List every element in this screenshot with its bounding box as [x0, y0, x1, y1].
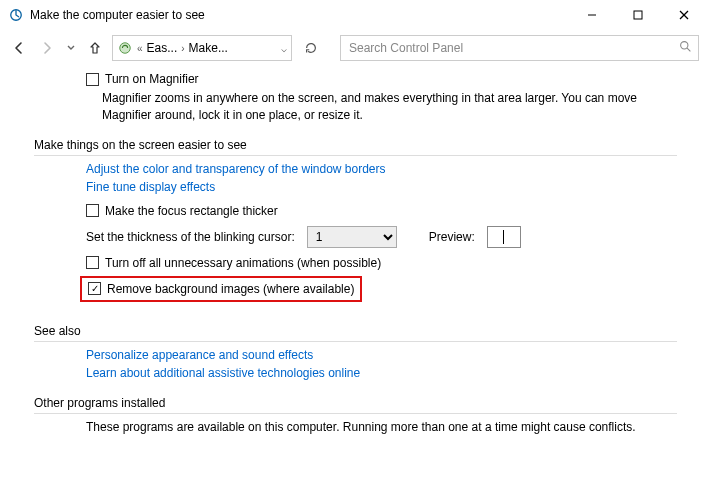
remove-background-checkbox[interactable]	[88, 282, 101, 295]
chevron-left-icon: «	[137, 43, 143, 54]
highlighted-option: Remove background images (where availabl…	[80, 276, 362, 302]
magnifier-description: Magnifier zooms in anywhere on the scree…	[102, 90, 677, 124]
chevron-right-icon: ›	[181, 43, 184, 54]
window-title: Make the computer easier to see	[30, 8, 205, 22]
recent-locations-button[interactable]	[64, 37, 78, 59]
turn-off-animations-label: Turn off all unnecessary animations (whe…	[105, 256, 381, 270]
link-personalize[interactable]: Personalize appearance and sound effects	[86, 348, 313, 362]
section-other-programs: Other programs installed	[34, 396, 677, 414]
app-icon	[8, 7, 24, 23]
cursor-preview	[487, 226, 521, 248]
search-box[interactable]	[340, 35, 699, 61]
link-learn-assistive[interactable]: Learn about additional assistive technol…	[86, 366, 360, 380]
turn-on-magnifier-checkbox[interactable]	[86, 73, 99, 86]
breadcrumb[interactable]: « Eas... › Make... ⌵	[112, 35, 292, 61]
focus-rectangle-label: Make the focus rectangle thicker	[105, 204, 278, 218]
back-button[interactable]	[8, 37, 30, 59]
minimize-button[interactable]	[569, 0, 615, 30]
control-panel-icon	[117, 40, 133, 56]
turn-on-magnifier-label: Turn on Magnifier	[105, 72, 199, 86]
close-button[interactable]	[661, 0, 707, 30]
link-fine-tune[interactable]: Fine tune display effects	[86, 180, 215, 194]
preview-label: Preview:	[429, 230, 475, 244]
search-input[interactable]	[347, 40, 679, 56]
section-see-also: See also	[34, 324, 677, 342]
forward-button[interactable]	[36, 37, 58, 59]
cursor-thickness-label: Set the thickness of the blinking cursor…	[86, 230, 295, 244]
svg-rect-2	[634, 11, 642, 19]
remove-background-label: Remove background images (where availabl…	[107, 282, 354, 296]
breadcrumb-seg1[interactable]: Eas...	[147, 41, 178, 55]
other-programs-desc: These programs are available on this com…	[86, 420, 677, 434]
section-screen-easier: Make things on the screen easier to see	[34, 138, 677, 156]
link-adjust-color[interactable]: Adjust the color and transparency of the…	[86, 162, 386, 176]
chevron-down-icon[interactable]: ⌵	[281, 43, 287, 54]
breadcrumb-seg2[interactable]: Make...	[189, 41, 228, 55]
up-button[interactable]	[84, 37, 106, 59]
maximize-button[interactable]	[615, 0, 661, 30]
svg-point-5	[120, 43, 131, 54]
svg-line-7	[687, 48, 690, 51]
refresh-button[interactable]	[298, 35, 324, 61]
turn-off-animations-checkbox[interactable]	[86, 256, 99, 269]
focus-rectangle-checkbox[interactable]	[86, 204, 99, 217]
cursor-thickness-select[interactable]: 1	[307, 226, 397, 248]
search-icon	[679, 40, 692, 56]
svg-point-6	[681, 42, 688, 49]
